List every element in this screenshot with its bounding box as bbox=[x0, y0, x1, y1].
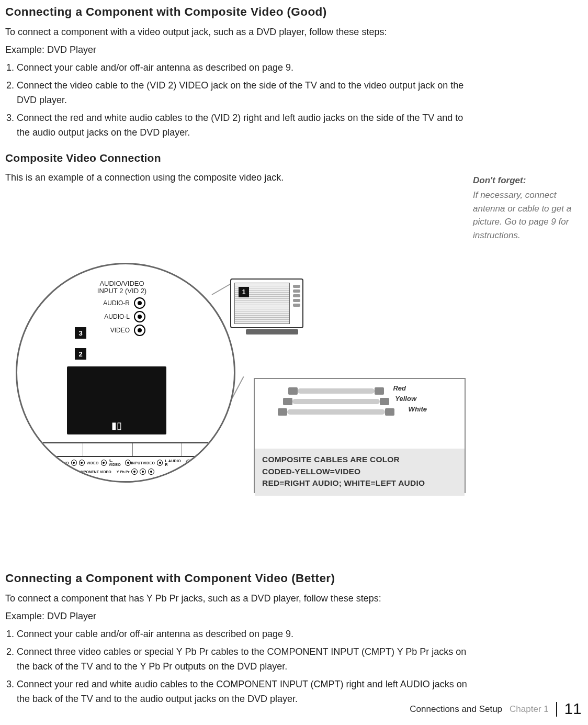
jack-label-audio-l: AUDIO-L bbox=[98, 313, 130, 320]
cable-white bbox=[287, 409, 385, 415]
device-jack bbox=[125, 460, 131, 466]
device-output-label: OUTPUT bbox=[40, 461, 56, 465]
tv-stand bbox=[246, 329, 298, 334]
subsection-title: Composite Video Connection bbox=[5, 152, 583, 164]
tv-side-buttons bbox=[293, 285, 300, 307]
step-badge-3: 3 bbox=[75, 327, 86, 339]
section1-step: Connect the video cable to the (VID 2) V… bbox=[17, 79, 477, 108]
sidenote-body: If necessary, connect antenna or cable t… bbox=[473, 190, 571, 240]
device-jack bbox=[71, 460, 77, 466]
section2-steps: Connect your cable and/or off-air antenn… bbox=[5, 627, 583, 706]
input-title-l2: INPUT 2 (VID 2) bbox=[97, 287, 146, 295]
device-audio-label: AUDIO bbox=[56, 461, 69, 465]
device-jack bbox=[157, 460, 163, 466]
cable-label-white: White bbox=[409, 405, 427, 413]
magnifier-circle: AUDIO/VIDEO INPUT 2 (VID 2) AUDIO-R AUDI… bbox=[16, 263, 235, 483]
device-jack bbox=[131, 469, 138, 475]
device-laudio-label: L AUDIO R bbox=[165, 459, 183, 466]
composite-diagram: AUDIO/VIDEO INPUT 2 (VID 2) AUDIO-R AUDI… bbox=[5, 247, 583, 519]
section2-intro2: Example: DVD Player bbox=[5, 609, 583, 623]
page-footer: Connections and Setup Chapter 1 11 bbox=[410, 700, 582, 718]
section2-step: Connect your red and white audio cables … bbox=[17, 677, 477, 707]
section2-title: Connecting a Component with Component Vi… bbox=[5, 572, 583, 585]
jack-label-audio-r: AUDIO-R bbox=[98, 299, 130, 307]
section2-step: Connect three video cables or special Y … bbox=[17, 645, 477, 674]
cable-legend-text: COMPOSITE CABLES ARE COLOR CODED-YELLOW=… bbox=[255, 449, 465, 495]
legend-line1: COMPOSITE CABLES ARE COLOR bbox=[262, 455, 400, 464]
cable-label-yellow: Yellow bbox=[395, 395, 416, 403]
device-input-label: INPUT bbox=[131, 461, 143, 465]
jack-video bbox=[134, 325, 145, 336]
device-audiolr-label: AUDIO bbox=[40, 470, 52, 474]
device-jack bbox=[194, 460, 199, 466]
device-svideo-label: S-VIDEO bbox=[109, 459, 123, 466]
section1-steps: Connect your cable and/or off-air antenn… bbox=[5, 61, 583, 140]
device-jack bbox=[63, 469, 69, 475]
footer-separator bbox=[556, 702, 557, 717]
dvd-device: OUTPUT AUDIO VIDEO S-VIDEO INPUT VIDEO L… bbox=[33, 442, 232, 483]
device-svideo-label: S-VIDEO bbox=[201, 459, 217, 466]
sidenote: Don't forget: If necessary, connect ante… bbox=[473, 174, 583, 242]
footer-section: Connections and Setup bbox=[410, 704, 502, 715]
sidenote-heading: Don't forget: bbox=[473, 174, 583, 187]
device-jack bbox=[101, 460, 107, 466]
section1-step: Connect your cable and/or off-air antenn… bbox=[17, 61, 477, 75]
cable-red bbox=[298, 388, 375, 394]
cable-legend-box: Red Yellow White COMPOSITE CABLES ARE CO… bbox=[254, 378, 466, 493]
device-video-label: VIDEO bbox=[143, 461, 155, 465]
device-jack bbox=[186, 460, 191, 466]
footer-chapter: Chapter 1 bbox=[510, 704, 549, 715]
projection-line bbox=[212, 283, 232, 295]
jack-audio-l bbox=[134, 311, 145, 322]
section2-step: Connect your cable and/or off-air antenn… bbox=[17, 627, 477, 642]
section1-title: Connecting a Component with Composite Vi… bbox=[5, 5, 583, 19]
device-video-label: VIDEO bbox=[87, 461, 99, 465]
device-jack bbox=[219, 460, 224, 466]
legend-line2: CODED-YELLOW=VIDEO bbox=[262, 467, 360, 476]
section1-intro2: Example: DVD Player bbox=[5, 43, 583, 57]
device-jack bbox=[79, 460, 85, 466]
section1-step: Connect the red and white audio cables t… bbox=[17, 111, 477, 140]
cable-label-red: Red bbox=[393, 384, 406, 392]
tv-thumbnail: 1 bbox=[230, 278, 314, 344]
device-jack bbox=[54, 469, 61, 475]
device-jack bbox=[140, 469, 146, 475]
device-ypbpr-label: Y Pb Pr bbox=[117, 470, 130, 474]
device-comp-label: COMPONENT VIDEO bbox=[75, 470, 111, 474]
subsection-text: This is an example of a connection using… bbox=[5, 171, 473, 184]
cable-illustration: Red Yellow White bbox=[261, 383, 458, 449]
input-title-l1: AUDIO/VIDEO bbox=[99, 280, 144, 287]
jack-audio-r bbox=[134, 297, 145, 309]
footer-page-number: 11 bbox=[564, 700, 582, 718]
section1-intro1: To connect a component with a video outp… bbox=[5, 25, 583, 39]
section2-intro1: To connect a component that has Y Pb Pr … bbox=[5, 592, 583, 605]
jack-label-video: VIDEO bbox=[98, 327, 130, 334]
step-badge-1: 1 bbox=[239, 287, 249, 297]
input-title: AUDIO/VIDEO INPUT 2 (VID 2) bbox=[64, 280, 179, 295]
device-jack bbox=[148, 469, 154, 475]
cable-yellow bbox=[292, 399, 380, 404]
legend-line3: RED=RIGHT AUDIO; WHITE=LEFT AUDIO bbox=[262, 478, 425, 487]
step-badge-2: 2 bbox=[75, 348, 86, 360]
dark-panel: ▮▯ bbox=[67, 366, 166, 434]
